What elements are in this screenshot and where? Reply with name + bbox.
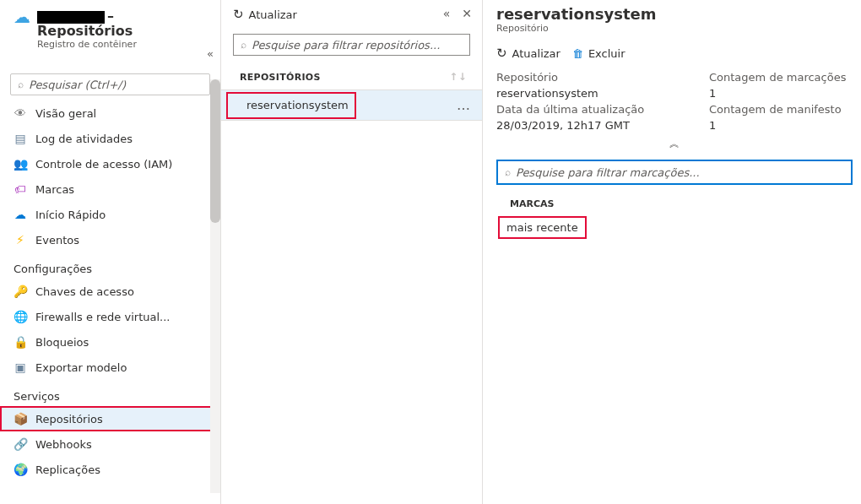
sidebar-item-locks[interactable]: 🔒Bloqueios [0,329,220,355]
sidebar-item-label: Exportar modelo [35,361,127,374]
sort-icon: ↑↓ [449,71,467,83]
tagcount-value: 1 [709,87,853,100]
sidebar: ☁ – Repositórios Registro de contêiner «… [0,0,221,504]
lightning-icon: ⚡ [14,233,27,247]
sidebar-item-label: Log de atividades [35,133,133,145]
sidebar-item-tags[interactable]: 🏷Marcas [0,176,220,202]
cloud-logo-icon: ☁ [14,8,30,25]
refresh-icon: ↻ [496,46,507,61]
updated-label: Data da última atualização [496,103,709,116]
tag-search-input[interactable]: ⌕ Pesquise para filtrar marcações... [496,160,853,185]
tag-row[interactable]: mais recente [500,218,585,237]
sidebar-item-access-keys[interactable]: 🔑Chaves de acesso [0,279,220,304]
repository-list-pane: « ✕ ↻ Atualizar ⌕ Pesquise para filtrar … [221,0,483,504]
row-more-icon[interactable]: … [457,97,472,113]
repo-search-placeholder: Pesquise para filtrar repositórios... [252,39,440,51]
tag-icon: 🏷 [14,182,27,196]
updated-value: 28/03/2019, 12h17 GMT [496,119,709,132]
sidebar-header: ☁ – Repositórios Registro de contêiner [0,5,220,51]
sidebar-item-label: Marcas [35,183,74,196]
search-icon: ⌕ [18,79,24,90]
manifest-value: 1 [709,119,853,132]
cloud-icon: ☁ [14,208,27,221]
sidebar-item-overview[interactable]: 👁Visão geral [0,100,220,126]
scrollbar-thumb[interactable] [210,79,220,223]
group-title-config: Configurações [0,252,220,279]
sidebar-item-export-template[interactable]: ▣Exportar modelo [0,355,220,380]
detail-subtitle: Repositório [496,23,853,34]
repo-row[interactable]: reservationsystem … [221,90,482,121]
repo-column-header[interactable]: REPOSITÓRIOS ↑↓ [221,64,482,90]
sidebar-item-label: Bloqueios [35,336,89,349]
list-icon: ▤ [14,132,27,145]
collapse-essentials-icon[interactable]: ︽ [496,137,853,151]
search-icon: ⌕ [241,39,246,51]
repo-label: Repositório [496,71,709,84]
sidebar-item-label: Eventos [35,234,79,247]
sidebar-item-label: Firewalls e rede virtual... [35,311,170,323]
repo-column-header-label: REPOSITÓRIOS [240,72,321,83]
tagcount-label: Contagem de marcações [709,71,853,84]
manifest-label: Contagem de manifesto [709,103,853,116]
close-pane-icon[interactable]: ✕ [462,7,472,20]
pin-pane-icon[interactable]: « [443,7,451,20]
sidebar-item-label: Replicações [35,463,100,476]
trash-icon: 🗑 [572,47,583,60]
people-icon: 👥 [14,157,27,171]
sidebar-item-repositories[interactable]: 📦Repositórios [0,406,220,431]
sidebar-search-input[interactable]: ⌕ Pesquisar (Ctrl+/) [10,73,210,95]
sidebar-subtitle: Registro de contêiner [37,39,212,50]
detail-refresh-button[interactable]: ↻ Atualizar [496,46,560,61]
sidebar-search-placeholder: Pesquisar (Ctrl+/) [29,79,126,91]
sidebar-item-iam[interactable]: 👥Controle de acesso (IAM) [0,151,220,176]
overview-icon: 👁 [14,106,27,120]
sidebar-item-label: Início Rápido [35,209,106,221]
repo-search-input[interactable]: ⌕ Pesquise para filtrar repositórios... [233,34,470,56]
sidebar-item-replications[interactable]: 🌍Replicações [0,457,220,482]
sidebar-item-activity-log[interactable]: ▤Log de atividades [0,126,220,151]
collapse-sidebar-icon[interactable]: « [207,47,214,60]
sidebar-item-label: Webhooks [35,438,92,451]
detail-delete-label: Excluir [588,47,625,60]
refresh-icon: ↻ [233,7,244,22]
detail-refresh-label: Atualizar [512,47,560,60]
sidebar-item-webhooks[interactable]: 🔗Webhooks [0,431,220,457]
repo-value: reservationsystem [496,87,709,100]
detail-delete-button[interactable]: 🗑 Excluir [572,47,625,60]
sidebar-item-label: Visão geral [35,107,96,120]
link-icon: 🔗 [14,437,27,451]
repo-row-name: reservationsystem [228,94,355,117]
group-title-services: Serviços [0,380,220,406]
tag-search-placeholder: Pesquise para filtrar marcações... [516,166,700,179]
sidebar-item-label: Controle de acesso (IAM) [35,158,172,171]
detail-title: reservationsystem [496,5,853,23]
lock-icon: 🔒 [14,335,27,349]
key-icon: 🔑 [14,285,27,298]
tag-column-header: MARCAS [496,190,853,216]
repository-detail-pane: reservationsystem Repositório ↻ Atualiza… [483,0,861,504]
sidebar-item-label: Repositórios [35,413,103,425]
sidebar-item-events[interactable]: ⚡Eventos [0,227,220,252]
refresh-button[interactable]: Atualizar [249,8,297,21]
sidebar-item-quickstart[interactable]: ☁Início Rápido [0,202,220,227]
detail-essentials: Repositório Contagem de marcações reserv… [496,69,853,135]
sidebar-item-label: Chaves de acesso [35,285,134,298]
globe-icon: 🌐 [14,310,27,323]
globe-icon: 🌍 [14,463,27,476]
sidebar-item-firewalls[interactable]: 🌐Firewalls e rede virtual... [0,304,220,329]
sidebar-title: – Repositórios [37,8,212,39]
template-icon: ▣ [14,360,27,374]
package-icon: 📦 [14,412,27,425]
search-icon: ⌕ [505,166,511,178]
